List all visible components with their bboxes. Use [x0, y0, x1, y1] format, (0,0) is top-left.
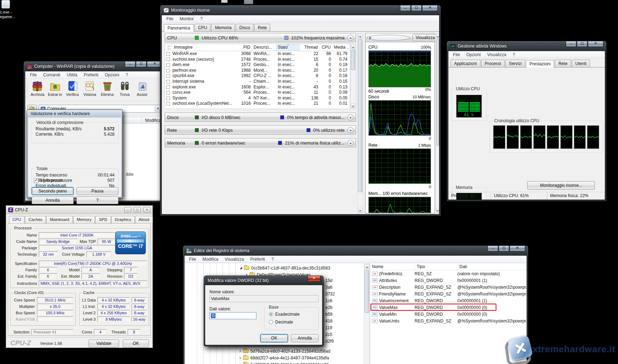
cpuz-tab-about[interactable]: About: [135, 216, 153, 223]
tree-node-fragment[interactable]: 1c6: [325, 298, 332, 303]
row-checkbox[interactable]: [166, 52, 170, 56]
expand-chevron-icon[interactable]: [347, 140, 353, 146]
hex-radio[interactable]: [269, 312, 273, 316]
address-dropdown[interactable]: [155, 105, 160, 112]
cpuz-tab-cpu[interactable]: CPU: [9, 216, 25, 223]
tree-node-fragment[interactable]: 418: [325, 319, 332, 324]
registry-values[interactable]: Nome Tipo Dati ab(Predefinito)REG_SZ(val…: [370, 264, 527, 364]
taskmgr-window[interactable]: Gestione attività Windows FileOpzioniVis…: [447, 41, 607, 201]
taskmgr-menu-opzioni[interactable]: Opzioni: [464, 52, 483, 58]
taskmgr-tab-processi[interactable]: Processi: [481, 60, 505, 67]
collapsed-arrow-icon[interactable]: [240, 350, 241, 353]
cpuz-titlebar[interactable]: Z CPU-Z — ▢ ✕: [6, 206, 153, 214]
row-checkbox[interactable]: [166, 58, 170, 61]
cpuz-window[interactable]: Z CPU-Z — ▢ ✕ CPUCachesMainboardMemorySP…: [6, 205, 153, 348]
close-button[interactable]: [588, 41, 603, 47]
resmon-menu--[interactable]: ?: [198, 16, 205, 22]
process-row[interactable]: System4NT Ker...In esec...13600.05: [165, 96, 350, 101]
cpuz-tab-graphics[interactable]: Graphics: [111, 216, 135, 223]
row-checkbox[interactable]: [166, 69, 170, 72]
resmon-titlebar[interactable]: Monitoraggio risorse: [160, 5, 441, 15]
registry-value-row[interactable]: 011ValueIncrementREG_DWORD0x00000001 (1): [370, 297, 527, 304]
regedit-menu-visualizza[interactable]: Visualizza: [222, 256, 246, 262]
cpuz-tab-caches[interactable]: Caches: [25, 216, 46, 223]
registry-value-row[interactable]: abFriendlyNameREG_EXPAND_SZ@%SystemRoot%…: [370, 290, 527, 297]
resmon-launch-button[interactable]: Monitoraggio risorse...: [527, 181, 595, 190]
disco-section-header[interactable]: Disco I/O disco 0 MB/sec 0% tempo di att…: [165, 113, 356, 122]
taskmgr-tab-utenti[interactable]: Utenti: [572, 60, 590, 67]
registry-value-row[interactable]: ab(Predefinito)REG_SZ(valore non imposta…: [370, 270, 527, 277]
taskmgr-tab-prestazioni[interactable]: Prestazioni: [526, 60, 554, 67]
rete-section-header[interactable]: Rete I/O rete 0 Kbps 0% utilizzo rete: [165, 125, 356, 135]
find-button[interactable]: Trova: [116, 80, 133, 97]
tree-node-fragment[interactable]: 3732: [325, 292, 335, 297]
minimize-button[interactable]: [400, 5, 411, 11]
column-modificato[interactable]: Modificat: [145, 118, 162, 123]
maximize-button[interactable]: ▢: [134, 207, 141, 212]
multiprocessor-checkbox[interactable]: [34, 178, 38, 183]
resmon-window[interactable]: Monitoraggio risorse FileMonitor? Panora…: [160, 5, 441, 216]
archive-button[interactable]: Archivia: [29, 80, 46, 97]
cancel-button[interactable]: Annulla: [291, 334, 319, 342]
close-button[interactable]: [422, 5, 438, 11]
cpuz-tab-memory[interactable]: Memory: [73, 216, 95, 223]
row-checkbox[interactable]: [166, 97, 170, 100]
tree-scrollbar[interactable]: [364, 264, 370, 364]
maximize-button[interactable]: [136, 61, 146, 67]
resmon-tab-panoramica[interactable]: Panoramica: [164, 24, 194, 32]
test-button[interactable]: Verifica: [64, 80, 81, 97]
visualizza-button[interactable]: Visualizza: [412, 34, 439, 41]
memoria-section-header[interactable]: Memoria 0 errori hardware/sec 21% di mem…: [165, 138, 356, 147]
taskmgr-tab-servizi[interactable]: Servizi: [505, 60, 525, 67]
process-row[interactable]: Interrupt sistema-Chiam...In esec...-00.…: [165, 79, 350, 85]
row-checkbox[interactable]: [166, 85, 170, 89]
expanded-arrow-icon[interactable]: [240, 267, 242, 269]
table-scrollbar[interactable]: [350, 44, 356, 109]
regedit-menu-preferiti[interactable]: Preferiti: [248, 256, 267, 262]
extract-button[interactable]: Estrai in: [46, 80, 64, 97]
values-header[interactable]: Nome Tipo Dati: [370, 264, 527, 270]
tree-node-fragment[interactable]: 15d: [325, 278, 332, 283]
winrar-menu-preferiti[interactable]: Preferiti: [81, 72, 101, 78]
process-row[interactable]: csrss.exe564Proces...In esec...1100.09: [165, 90, 350, 96]
registry-value-row[interactable]: 011ValueMaxREG_DWORD0x00000000 (0): [370, 304, 527, 311]
close-button[interactable]: [510, 246, 525, 251]
help-button[interactable]: ?: [76, 196, 118, 204]
row-checkbox[interactable]: [166, 63, 170, 67]
cpuz-tab-mainboard[interactable]: Mainboard: [46, 216, 73, 223]
regedit-menu-file[interactable]: File: [187, 256, 198, 262]
benchmark-titlebar[interactable]: Valutazione e verifica hardware: [27, 110, 122, 118]
tree-node[interactable]: 5d76a2ca-e8c0-402f-a133-2158492d58ad: [240, 348, 330, 354]
dword-dialog[interactable]: Modifica valore DWORD (32 bit) Nome valo…: [204, 276, 324, 346]
ok-button[interactable]: OK: [260, 334, 288, 342]
collapsed-arrow-icon[interactable]: [240, 357, 241, 359]
tree-node-fragment[interactable]: 2c5: [325, 332, 332, 337]
resmon-menu-monitor[interactable]: Monitor: [177, 16, 196, 22]
minimize-button[interactable]: [566, 41, 576, 47]
expand-chevron-icon[interactable]: [347, 114, 353, 120]
resmon-tab-rete[interactable]: Rete: [254, 24, 270, 31]
regedit-menu-modifica[interactable]: Modifica: [200, 256, 221, 262]
taskmgr-menu--[interactable]: ?: [510, 52, 518, 58]
taskmgr-menu-visualizza[interactable]: Visualizza: [485, 52, 509, 58]
minimize-button[interactable]: —: [124, 207, 131, 212]
dword-titlebar[interactable]: Modifica valore DWORD (32 bit): [204, 276, 323, 285]
process-table-header[interactable]: Immagine PID Descrizi... Stato Thread CP…: [165, 44, 350, 51]
maximize-button[interactable]: [499, 246, 509, 251]
tree-node[interactable]: 6c2993b0-8f48-481f-bcc6-00dd2742aa06: [240, 361, 329, 364]
close-button[interactable]: [308, 276, 320, 282]
header-checkbox[interactable]: [168, 46, 171, 49]
regedit-menu--[interactable]: ?: [269, 256, 276, 262]
resmon-tab-cpu[interactable]: CPU: [195, 24, 211, 31]
tree-node[interactable]: 68dd2f27-a4ce-4e11-8487-3794e4135dfa: [240, 354, 329, 361]
winrar-menu-file[interactable]: File: [27, 72, 39, 78]
delete-button[interactable]: Elimina: [98, 80, 116, 97]
minimize-button[interactable]: [125, 61, 135, 67]
ok-button[interactable]: OK: [123, 339, 149, 347]
tree-node[interactable]: 0cc5b647-c1df-4637-891a-dec35c318583: [240, 265, 330, 271]
pause-button[interactable]: Pausa: [76, 187, 118, 195]
collapse-chevron-icon[interactable]: [347, 35, 353, 41]
cpuz-tab-spd[interactable]: SPD: [95, 216, 111, 223]
validate-button[interactable]: Validate: [89, 339, 119, 347]
process-row[interactable]: cpuz64.exe1992CPU-Z ...In esec...800.16: [165, 73, 350, 79]
